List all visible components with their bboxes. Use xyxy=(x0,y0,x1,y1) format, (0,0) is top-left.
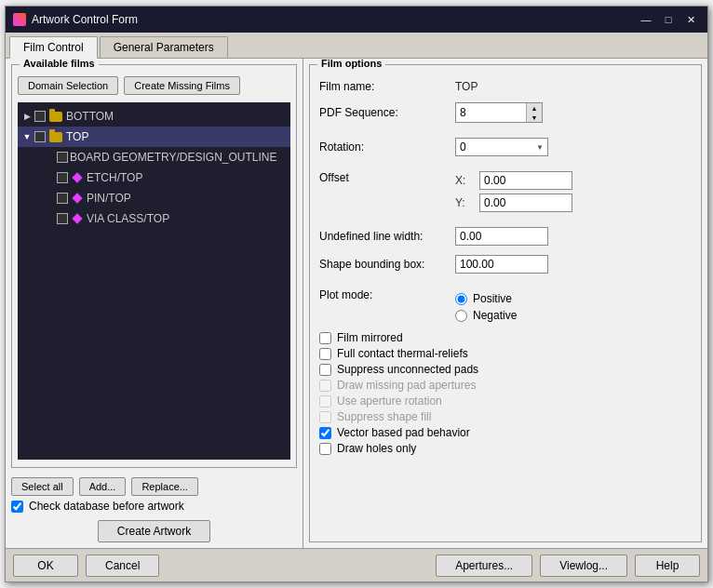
positive-label: Positive xyxy=(473,292,512,305)
suppress-unconnected-label: Suppress unconnected pads xyxy=(337,363,478,376)
tree-item-board-geom[interactable]: BOARD GEOMETRY/DESIGN_OUTLINE xyxy=(18,147,290,167)
film-name-row: Film name: TOP xyxy=(319,80,692,93)
negative-radio[interactable] xyxy=(455,310,467,322)
checkbox-pin-top[interactable] xyxy=(57,193,68,204)
pdf-sequence-input[interactable] xyxy=(456,103,526,122)
offset-label: Offset xyxy=(319,171,450,184)
cancel-button[interactable]: Cancel xyxy=(86,555,159,577)
available-films-group: Available films Domain Selection Create … xyxy=(11,64,297,468)
diamond-icon-pin-top xyxy=(72,193,82,203)
tree-item-bottom[interactable]: ▶ BOTTOM xyxy=(18,106,290,127)
bottom-left-controls: Select all Add... Replace... Check datab… xyxy=(11,477,297,542)
offset-y-input[interactable] xyxy=(479,194,572,212)
negative-radio-row: Negative xyxy=(455,309,517,322)
close-button[interactable]: ✕ xyxy=(681,12,700,27)
action-buttons-row: Select all Add... Replace... xyxy=(11,477,297,496)
tab-bar: Film Control General Parameters xyxy=(6,33,707,59)
shape-bounding-box-input[interactable] xyxy=(455,255,548,274)
film-mirrored-row: Film mirrored xyxy=(319,331,692,344)
main-window: Artwork Control Form — □ ✕ Film Control … xyxy=(5,6,708,582)
pdf-sequence-up-btn[interactable]: ▲ xyxy=(527,103,542,113)
suppress-unconnected-checkbox[interactable] xyxy=(319,364,331,376)
left-panel: Available films Domain Selection Create … xyxy=(6,59,303,548)
film-name-label: Film name: xyxy=(319,80,450,93)
right-panel: Film options Film name: TOP PDF Sequence… xyxy=(303,59,707,548)
rotation-value: 0 xyxy=(460,140,466,154)
available-films-title: Available films xyxy=(20,59,99,69)
content-area: Available films Domain Selection Create … xyxy=(6,59,707,548)
undefined-line-width-label: Undefined line width: xyxy=(319,230,450,243)
viewlog-button[interactable]: Viewlog... xyxy=(540,555,627,577)
footer: OK Cancel Apertures... Viewlog... Help xyxy=(6,548,707,581)
tab-general-parameters[interactable]: General Parameters xyxy=(100,36,228,58)
title-bar-left: Artwork Control Form xyxy=(13,13,138,26)
shape-bounding-box-row: Shape bounding box: xyxy=(319,255,692,274)
tree-item-pin-top[interactable]: PIN/TOP xyxy=(18,188,290,208)
checkbox-board-geom[interactable] xyxy=(57,152,68,163)
draw-holes-row: Draw holes only xyxy=(319,442,692,455)
checkbox-top[interactable] xyxy=(34,131,46,142)
footer-right: Apertures... Viewlog... Help xyxy=(436,555,700,577)
plot-mode-row: Plot mode: Positive Negative xyxy=(319,288,692,322)
tree-item-via-top[interactable]: VIA CLASS/TOP xyxy=(18,208,290,229)
minimize-button[interactable]: — xyxy=(637,12,655,27)
checkbox-bottom[interactable] xyxy=(34,111,46,122)
rotation-row: Rotation: 0 ▼ xyxy=(319,138,692,156)
tab-film-control[interactable]: Film Control xyxy=(9,36,98,59)
draw-holes-checkbox[interactable] xyxy=(319,443,331,455)
title-controls: — □ ✕ xyxy=(637,12,700,27)
full-contact-checkbox[interactable] xyxy=(319,348,331,360)
offset-x-row: X: xyxy=(455,171,572,190)
full-contact-label: Full contact thermal-reliefs xyxy=(337,347,468,360)
tree-item-top[interactable]: ▼ TOP xyxy=(18,127,290,147)
expand-icon-etch-top xyxy=(44,172,55,183)
diamond-icon-etch-top xyxy=(72,172,82,182)
folder-icon-top xyxy=(49,132,62,142)
films-tree[interactable]: ▶ BOTTOM ▼ TOP xyxy=(18,102,290,460)
checkbox-etch-top[interactable] xyxy=(57,172,68,183)
rotation-dropdown[interactable]: 0 ▼ xyxy=(455,138,548,156)
draw-missing-checkbox xyxy=(319,380,331,392)
draw-holes-label: Draw holes only xyxy=(337,442,416,455)
film-mirrored-checkbox[interactable] xyxy=(319,332,331,344)
create-missing-films-button[interactable]: Create Missing Films xyxy=(124,76,240,95)
ok-button[interactable]: OK xyxy=(13,555,78,577)
suppress-shape-fill-label: Suppress shape fill xyxy=(337,410,431,423)
tree-label-board-geom: BOARD GEOMETRY/DESIGN_OUTLINE xyxy=(70,151,277,164)
undefined-line-width-input[interactable] xyxy=(455,227,548,246)
create-artwork-button[interactable]: Create Artwork xyxy=(98,520,210,542)
expand-icon-board-geom xyxy=(44,152,55,163)
folder-icon-bottom xyxy=(49,112,62,122)
select-all-button[interactable]: Select all xyxy=(11,477,74,496)
domain-selection-button[interactable]: Domain Selection xyxy=(18,76,118,95)
checkbox-options: Film mirrored Full contact thermal-relie… xyxy=(319,331,692,455)
help-button[interactable]: Help xyxy=(635,555,700,577)
vector-based-label: Vector based pad behavior xyxy=(337,426,470,439)
footer-left: OK Cancel xyxy=(13,555,159,577)
offset-y-label: Y: xyxy=(455,196,474,209)
offset-x-input[interactable] xyxy=(479,171,572,190)
title-bar: Artwork Control Form — □ ✕ xyxy=(6,7,707,33)
offset-fields: X: Y: xyxy=(455,171,572,212)
replace-button[interactable]: Replace... xyxy=(131,477,198,496)
tree-item-etch-top[interactable]: ETCH/TOP xyxy=(18,167,290,188)
check-database-checkbox[interactable] xyxy=(11,501,23,513)
vector-based-checkbox[interactable] xyxy=(319,427,331,439)
films-toolbar: Domain Selection Create Missing Films xyxy=(18,76,290,95)
film-mirrored-label: Film mirrored xyxy=(337,331,403,344)
expand-icon-top: ▼ xyxy=(21,131,33,142)
check-database-row: Check database before artwork xyxy=(11,500,297,513)
add-button[interactable]: Add... xyxy=(79,477,127,496)
negative-label: Negative xyxy=(473,309,517,322)
checkbox-via-top[interactable] xyxy=(57,213,68,224)
tree-label-top: TOP xyxy=(66,130,88,143)
use-aperture-rotation-checkbox xyxy=(319,395,331,408)
positive-radio[interactable] xyxy=(455,293,467,305)
tree-label-etch-top: ETCH/TOP xyxy=(87,171,142,184)
pdf-sequence-down-btn[interactable]: ▼ xyxy=(527,113,542,122)
pdf-sequence-spin-btns: ▲ ▼ xyxy=(526,103,542,122)
plot-mode-label: Plot mode: xyxy=(319,288,450,301)
maximize-button[interactable]: □ xyxy=(659,12,678,27)
full-contact-row: Full contact thermal-reliefs xyxy=(319,347,692,360)
apertures-button[interactable]: Apertures... xyxy=(436,555,532,577)
